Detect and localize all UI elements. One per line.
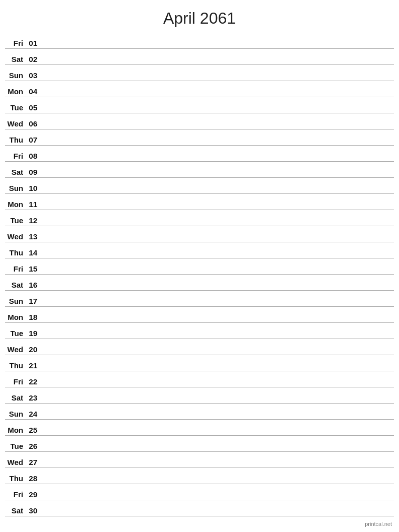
day-number: 16 — [26, 281, 41, 289]
day-number: 20 — [26, 345, 41, 354]
day-name: Fri — [5, 377, 26, 386]
day-name: Thu — [5, 474, 26, 483]
day-name: Fri — [5, 264, 26, 273]
calendar-grid: Fri01Sat02Sun03Mon04Tue05Wed06Thu07Fri08… — [0, 33, 399, 516]
calendar-row: Wed06 — [5, 113, 394, 129]
calendar-row: Sat23 — [5, 387, 394, 404]
day-line — [41, 514, 394, 515]
footer-text: printcal.net — [365, 521, 392, 527]
day-line — [41, 127, 394, 128]
calendar-row: Fri01 — [5, 33, 394, 49]
calendar-row: Sat09 — [5, 162, 394, 178]
calendar-row: Sat30 — [5, 500, 394, 516]
day-name: Sun — [5, 71, 26, 80]
day-number: 21 — [26, 361, 41, 370]
day-name: Wed — [5, 119, 26, 128]
calendar-row: Fri08 — [5, 146, 394, 162]
day-line — [41, 208, 394, 209]
day-name: Fri — [5, 490, 26, 499]
day-line — [41, 256, 394, 257]
day-number: 24 — [26, 410, 41, 418]
day-line — [41, 482, 394, 483]
day-line — [41, 418, 394, 418]
calendar-row: Sat16 — [5, 275, 394, 291]
day-name: Mon — [5, 426, 26, 434]
calendar-row: Sat02 — [5, 49, 394, 65]
day-line — [41, 192, 394, 192]
calendar-row: Fri29 — [5, 484, 394, 500]
day-name: Thu — [5, 248, 26, 257]
calendar-row: Fri22 — [5, 371, 394, 387]
day-number: 05 — [26, 103, 41, 112]
day-line — [41, 337, 394, 338]
calendar-row: Mon25 — [5, 420, 394, 436]
day-number: 09 — [26, 168, 41, 176]
day-line — [41, 224, 394, 225]
page-title: April 2061 — [0, 0, 399, 33]
calendar-row: Wed27 — [5, 452, 394, 468]
day-line — [41, 240, 394, 241]
day-name: Thu — [5, 136, 26, 144]
day-name: Wed — [5, 345, 26, 354]
day-number: 28 — [26, 474, 41, 483]
day-number: 26 — [26, 442, 41, 450]
calendar-row: Sun10 — [5, 178, 394, 194]
day-number: 25 — [26, 426, 41, 434]
day-line — [41, 63, 394, 63]
day-name: Sat — [5, 168, 26, 176]
day-name: Mon — [5, 313, 26, 321]
day-name: Mon — [5, 200, 26, 209]
calendar-row: Wed20 — [5, 339, 394, 355]
day-line — [41, 385, 394, 386]
day-name: Fri — [5, 39, 26, 47]
calendar-row: Sun03 — [5, 65, 394, 81]
day-number: 11 — [26, 200, 41, 209]
day-line — [41, 79, 394, 80]
day-name: Sat — [5, 393, 26, 402]
day-name: Sun — [5, 410, 26, 418]
day-line — [41, 305, 394, 305]
day-number: 14 — [26, 248, 41, 257]
day-number: 04 — [26, 87, 41, 96]
day-line — [41, 450, 394, 450]
day-name: Mon — [5, 87, 26, 96]
day-line — [41, 176, 394, 176]
day-number: 15 — [26, 264, 41, 273]
day-line — [41, 402, 394, 402]
calendar-row: Tue19 — [5, 323, 394, 339]
day-line — [41, 289, 394, 289]
day-number: 06 — [26, 119, 41, 128]
day-name: Sun — [5, 297, 26, 305]
calendar-row: Tue12 — [5, 210, 394, 226]
day-name: Tue — [5, 103, 26, 112]
day-number: 19 — [26, 329, 41, 338]
day-number: 03 — [26, 71, 41, 80]
day-number: 13 — [26, 232, 41, 241]
day-number: 10 — [26, 184, 41, 192]
day-name: Tue — [5, 329, 26, 338]
day-number: 08 — [26, 152, 41, 160]
day-line — [41, 47, 394, 47]
calendar-row: Mon04 — [5, 81, 394, 97]
calendar-row: Thu21 — [5, 355, 394, 371]
day-name: Sat — [5, 506, 26, 515]
day-number: 29 — [26, 490, 41, 499]
day-number: 01 — [26, 39, 41, 47]
day-number: 22 — [26, 377, 41, 386]
calendar-row: Tue05 — [5, 97, 394, 113]
calendar-row: Sun24 — [5, 404, 394, 420]
calendar-row: Thu28 — [5, 468, 394, 484]
day-number: 02 — [26, 55, 41, 63]
day-number: 23 — [26, 393, 41, 402]
day-name: Thu — [5, 361, 26, 370]
day-number: 17 — [26, 297, 41, 305]
day-line — [41, 160, 394, 160]
day-line — [41, 111, 394, 112]
day-name: Sat — [5, 281, 26, 289]
day-name: Tue — [5, 216, 26, 225]
calendar-row: Thu14 — [5, 242, 394, 258]
calendar-row: Mon11 — [5, 194, 394, 210]
day-line — [41, 144, 394, 144]
day-name: Wed — [5, 458, 26, 467]
day-line — [41, 498, 394, 499]
